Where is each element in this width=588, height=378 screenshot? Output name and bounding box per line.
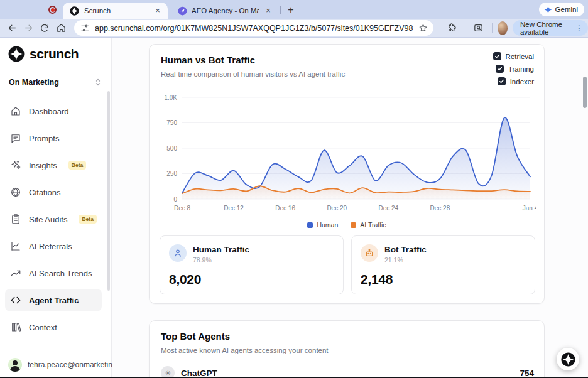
stat-percent: 21.1% (384, 256, 427, 264)
sidebar-nav: Dashboard Prompts Insights Beta Citation… (0, 100, 107, 343)
bookmark-star-icon[interactable] (418, 23, 428, 33)
forward-button[interactable] (20, 21, 36, 36)
sidebar-item-label: Dashboard (29, 107, 69, 116)
sidebar-item-insights[interactable]: Insights Beta (5, 154, 102, 176)
url-text[interactable]: app.scrunchai.com/org/01K7MW825N1JSW7AXQ… (95, 24, 413, 33)
filter-label: Retrieval (506, 53, 534, 60)
sidebar-item-site-audits[interactable]: Site Audits Beta (5, 208, 102, 230)
tab-aeo-agency[interactable]: AEO Agency - On Marketing × (174, 3, 276, 19)
human-vs-bot-traffic-card: Human vs Bot Traffic Real-time compariso… (149, 44, 545, 304)
sidebar-item-citations[interactable]: Citations (5, 181, 102, 203)
card-title: Human vs Bot Traffic (161, 55, 255, 65)
chart-line-icon (10, 240, 21, 252)
browser-toolbar: app.scrunchai.com/org/01K7MW825N1JSW7AXQ… (0, 19, 588, 38)
traffic-chart: 02505007501.0KDec 8Dec 12Dec 16Dec 20Dec… (158, 90, 536, 219)
main-content: Human vs Bot Traffic Real-time compariso… (112, 38, 588, 378)
stat-percent: 78.9% (193, 256, 249, 264)
traffic-stats: Human Traffic 78.9% 8,020 Bot Traffic 21 (160, 235, 535, 294)
person-icon (169, 244, 187, 262)
chat-icon (10, 132, 21, 144)
tab-scrunch[interactable]: Scrunch × (63, 3, 168, 19)
user-account[interactable]: tehra.peace@onmarketin... (0, 352, 111, 377)
filter-retrieval[interactable]: Retrieval (493, 52, 534, 60)
top-bot-agents-card: Top Bot Agents Most active known AI agen… (149, 320, 545, 378)
sidebar-item-label: Prompts (29, 134, 59, 143)
tab-title: AEO Agency - On Marketing (192, 7, 259, 14)
new-tab-button[interactable]: + (284, 3, 298, 17)
svg-text:Dec 16: Dec 16 (275, 205, 295, 212)
sidebar-item-agent-traffic[interactable]: Agent Traffic (5, 289, 102, 311)
scrunch-logo-icon (561, 352, 575, 367)
svg-text:Dec 24: Dec 24 (378, 205, 398, 212)
filter-label: Training (508, 65, 534, 73)
gemini-button[interactable]: Gemini (539, 3, 584, 16)
legend-item-ai-traffic: AI Traffic (351, 221, 386, 229)
sidebar-item-label: Insights (29, 161, 57, 170)
sidebar-item-context[interactable]: Context (5, 316, 102, 338)
filter-training[interactable]: Training (493, 65, 534, 73)
user-avatar (8, 358, 22, 372)
tab-separator (280, 6, 281, 14)
browser-tab-strip: Scrunch × AEO Agency - On Marketing × + … (0, 0, 588, 19)
reload-button[interactable] (36, 21, 53, 36)
chrome-update-label: New Chrome available (520, 21, 572, 36)
scrunch-logo-icon (8, 46, 24, 62)
stat-title: Bot Traffic (384, 244, 427, 254)
filter-label: Indexer (510, 78, 534, 85)
org-selector[interactable]: On Marketing (9, 78, 102, 87)
globe-icon (10, 186, 21, 198)
stat-value: 2,148 (361, 272, 393, 287)
clipboard-icon (10, 213, 21, 225)
browser-profile-avatar[interactable] (498, 21, 508, 35)
sidebar-item-dashboard[interactable]: Dashboard (5, 100, 102, 122)
site-settings-icon[interactable] (80, 23, 90, 33)
app-window: scrunch On Marketing Dashboard Prompts I… (0, 38, 588, 378)
legend-swatch (351, 222, 356, 228)
svg-text:1.0K: 1.0K (164, 94, 177, 101)
sidebar-item-label: Citations (29, 188, 61, 197)
legend-label: AI Traffic (360, 221, 386, 229)
traffic-filters: Retrieval Training Indexer (493, 52, 534, 85)
svg-text:250: 250 (166, 170, 177, 177)
logo-wordmark: scrunch (30, 46, 79, 62)
scrunch-widget-button[interactable] (557, 348, 579, 370)
sidebar-item-label: AI Search Trends (29, 269, 92, 278)
sidebar-item-ai-referrals[interactable]: AI Referrals (5, 235, 102, 257)
tab-close-icon[interactable]: × (263, 6, 273, 16)
checkbox-checked-icon[interactable] (496, 65, 504, 73)
human-traffic-stat-card: Human Traffic 78.9% 8,020 (160, 235, 344, 294)
page-scrollbar[interactable] (583, 77, 587, 108)
side-panel-search-icon[interactable] (471, 21, 487, 36)
legend-item-human: Human (307, 221, 338, 229)
address-bar[interactable]: app.scrunchai.com/org/01K7MW825N1JSW7AXQ… (74, 20, 433, 36)
checkbox-checked-icon[interactable] (493, 52, 501, 60)
svg-text:0: 0 (173, 196, 177, 203)
scrunch-logo[interactable]: scrunch (8, 46, 79, 62)
aeo-favicon-icon (178, 6, 187, 16)
sidebar-scrollbar[interactable] (107, 91, 110, 291)
gemini-label: Gemini (555, 6, 578, 13)
svg-text:Dec 8: Dec 8 (174, 205, 191, 212)
more-menu-icon[interactable]: ⋮ (575, 24, 583, 32)
robot-icon (361, 244, 378, 262)
chrome-update-button[interactable]: New Chrome available ⋮ (513, 20, 588, 36)
chart-legend: Human AI Traffic (150, 221, 544, 229)
checkbox-checked-icon[interactable] (498, 77, 506, 85)
filter-indexer[interactable]: Indexer (493, 77, 534, 85)
svg-text:Jan 4: Jan 4 (523, 205, 536, 212)
sidebar: scrunch On Marketing Dashboard Prompts I… (0, 38, 112, 378)
back-button[interactable] (4, 21, 20, 36)
card-subtitle: Most active known AI agents accessing yo… (161, 347, 329, 354)
home-button[interactable] (53, 21, 69, 36)
extensions-puzzle-icon[interactable] (444, 21, 460, 36)
org-name: On Marketing (9, 78, 59, 87)
sidebar-item-ai-search-trends[interactable]: AI Search Trends (5, 262, 102, 284)
sidebar-item-label: AI Referrals (29, 242, 72, 251)
sidebar-item-prompts[interactable]: Prompts (5, 127, 102, 149)
card-title: Top Bot Agents (161, 331, 230, 342)
code-brackets-icon (10, 294, 21, 306)
gemini-sparkle-icon (544, 6, 552, 14)
tab-close-icon[interactable]: × (153, 6, 163, 16)
svg-text:Dec 28: Dec 28 (430, 205, 450, 212)
trending-up-icon (10, 267, 21, 279)
